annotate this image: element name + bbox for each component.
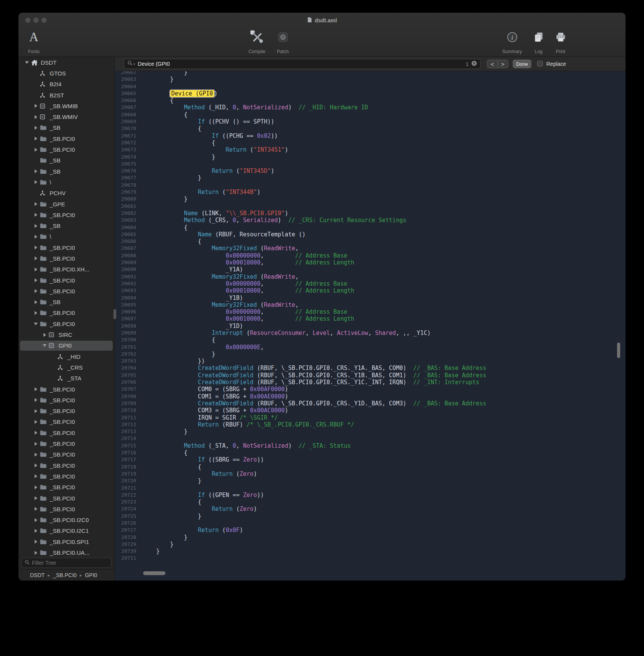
disclosure-triangle[interactable] [35,540,37,544]
tree-item-sbpci0[interactable]: _SB.PCI0 [18,308,114,318]
tree-item-sbpci0[interactable]: _SB.PCI0 [18,427,114,438]
tree-item-gpi0[interactable]: GPI0 [18,340,114,351]
tree-item-sbpci0[interactable]: _SB.PCI0 [18,318,114,329]
disclosure-triangle[interactable] [35,518,37,522]
disclosure-triangle[interactable] [35,213,37,217]
tree-item-sbwmib[interactable]: _SB.WMIB [18,100,114,111]
tree-item-sbpci0[interactable]: _SB.PCI0 [18,460,114,471]
tree-item-crs[interactable]: _CRS [18,362,114,373]
tree-item-sirc[interactable]: SIRC [18,329,114,340]
fonts-button[interactable]: A Fonts [20,29,47,54]
find-previous-button[interactable]: < [487,60,498,68]
tree-item-sb[interactable]: _SB [18,122,114,133]
tree-item-sbpci0i2c0[interactable]: _SB.PCI0.I2C0 [18,514,114,525]
tree-item-sb[interactable]: _SB [18,155,114,166]
split-handle[interactable] [113,309,116,319]
vertical-scrollbar-thumb[interactable] [617,343,620,358]
find-input[interactable]: ▾ Device (GPI0 1 [124,59,480,69]
tree-item-sb[interactable]: _SB [18,297,114,308]
tree-item-sb[interactable]: _SB [18,220,114,231]
tree-item-sbpci0[interactable]: _SB.PCI0 [18,471,114,482]
tree-item-sbpci0i2c1[interactable]: _SB.PCI0.I2C1 [18,525,114,536]
done-button[interactable]: Done [513,60,531,68]
tree-item-sbpci0[interactable]: _SB.PCI0 [18,253,114,264]
disclosure-triangle[interactable] [35,420,37,424]
tree-item-sbpci0[interactable]: _SB.PCI0 [18,242,114,253]
tree-item-sbwmiv[interactable]: _SB.WMIV [18,111,114,122]
tree-item-sbpci0[interactable]: _SB.PCI0 [18,449,114,460]
tree-item-sbpci0[interactable]: _SB.PCI0 [18,482,114,493]
tree-item-sbpci0spi1[interactable]: _SB.PCI0.SPI1 [18,536,114,547]
tree-item-hid[interactable]: _HID [18,351,114,362]
disclosure-triangle[interactable] [35,529,37,533]
summary-button[interactable]: i Summary [499,29,526,54]
disclosure-triangle[interactable] [35,300,37,304]
breadcrumb-item[interactable]: _SB.PCI0 [53,572,77,578]
disclosure-triangle[interactable] [35,507,37,511]
clear-search-icon[interactable] [471,60,477,68]
disclosure-triangle[interactable] [35,126,37,130]
tree-item-sbpci0[interactable]: _SB.PCI0 [18,438,114,449]
tree-item-[interactable]: \ [18,177,114,187]
tree-item-gpe[interactable]: _GPE [18,199,114,209]
tree-item-sbpci0[interactable]: _SB.PCI0 [18,286,114,296]
tree-item-sbpci0[interactable]: _SB.PCI0 [18,504,114,514]
disclosure-triangle[interactable] [35,311,37,315]
zoom-button[interactable] [42,18,47,23]
close-button[interactable] [25,18,30,23]
breadcrumb-item[interactable]: GPI0 [85,572,97,578]
tree-item-sbpci0[interactable]: _SB.PCI0 [18,493,114,504]
disclosure-triangle[interactable] [35,256,37,260]
tree-item-sbpci0[interactable]: _SB.PCI0 [18,417,114,427]
disclosure-triangle[interactable] [35,442,37,446]
disclosure-triangle[interactable] [35,202,37,206]
tree-item-b2i4[interactable]: B2I4 [18,79,114,90]
disclosure-triangle[interactable] [43,344,47,347]
tree-item-sbpci0xh[interactable]: _SB.PCI0.XH... [18,264,114,275]
disclosure-triangle[interactable] [35,224,37,228]
disclosure-triangle[interactable] [35,148,37,152]
tree-item-sta[interactable]: _STA [18,373,114,384]
disclosure-triangle[interactable] [35,235,37,239]
disclosure-triangle[interactable] [35,137,37,141]
disclosure-triangle[interactable] [35,246,37,249]
code-editor[interactable]: 20662 }20663 }2066420665 Device (GPI0)20… [115,71,626,581]
compile-button[interactable]: Compile [244,29,270,54]
disclosure-triangle[interactable] [35,180,37,184]
disclosure-triangle[interactable] [35,398,37,402]
tree-item-[interactable]: \ [18,231,114,242]
tree-item-sbpci0[interactable]: _SB.PCI0 [18,209,114,220]
patch-button[interactable]: Patch [269,29,296,54]
search-menu-chevron-icon[interactable]: ▾ [133,62,135,66]
tree-item-sbpci0[interactable]: _SB.PCI0 [18,144,114,155]
tree-item-sbpci0ua[interactable]: _SB.PCI0.UA... [18,547,114,556]
tree-item-sbpci0[interactable]: _SB.PCI0 [18,275,114,286]
disclosure-triangle[interactable] [35,169,37,173]
print-button[interactable]: Print [547,29,574,54]
disclosure-triangle[interactable] [35,268,37,271]
disclosure-triangle[interactable] [35,474,37,478]
tree-item-sbpci0[interactable]: _SB.PCI0 [18,406,114,417]
disclosure-triangle[interactable] [43,333,46,337]
disclosure-triangle[interactable] [34,323,38,325]
tree-item-sbpci0[interactable]: _SB.PCI0 [18,133,114,144]
disclosure-triangle[interactable] [35,409,37,413]
filter-tree-input[interactable]: Filter Tree [21,558,112,568]
tree-item-b2st[interactable]: B2ST [18,90,114,100]
disclosure-triangle[interactable] [35,496,37,500]
disclosure-triangle[interactable] [35,485,37,489]
disclosure-triangle[interactable] [25,61,29,64]
horizontal-scrollbar-thumb[interactable] [143,571,165,575]
tree-item-sbpci0[interactable]: _SB.PCI0 [18,395,114,405]
tree-item-gtos[interactable]: GTOS [18,68,114,79]
disclosure-triangle[interactable] [35,551,37,555]
tree-item-pchv[interactable]: PCHV [18,188,114,199]
minimize-button[interactable] [33,18,38,23]
find-next-button[interactable]: > [497,60,508,68]
tree-item-sb[interactable]: _SB [18,166,114,177]
tree-item-sbpci0[interactable]: _SB.PCI0 [18,384,114,395]
disclosure-triangle[interactable] [35,104,37,108]
disclosure-triangle[interactable] [35,278,37,282]
replace-checkbox[interactable] [537,61,543,67]
breadcrumb-item[interactable]: DSDT [30,572,45,578]
